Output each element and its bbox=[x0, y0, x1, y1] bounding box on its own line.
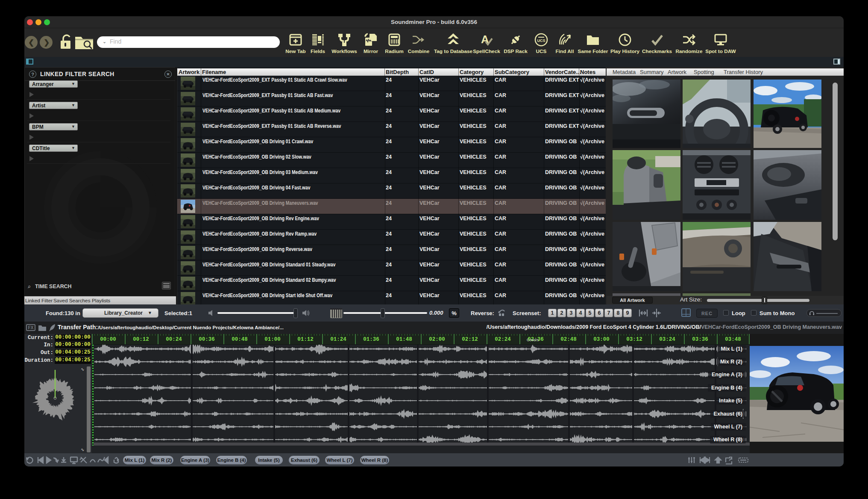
svg-text:UCS: UCS bbox=[537, 38, 545, 43]
